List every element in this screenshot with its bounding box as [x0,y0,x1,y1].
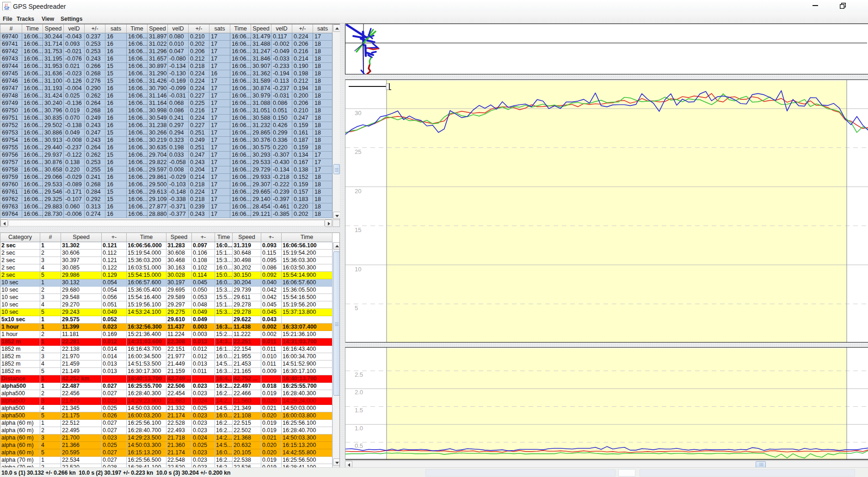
cell[interactable]: 31.362 [251,70,271,78]
cell[interactable]: 0.152 [292,174,313,181]
cell[interactable]: 11.224 [166,331,192,338]
cell[interactable]: 22.497 [233,383,261,390]
cell[interactable]: 1 [40,316,61,324]
cell[interactable]: 16:06... [230,107,251,115]
cell[interactable]: -0.194 [271,70,292,78]
cell[interactable]: 21.453 [233,361,261,368]
cell[interactable]: 30.907 [251,63,271,70]
cell[interactable]: 21.159 [166,368,192,375]
cell[interactable]: 69755 [0,144,22,152]
cell[interactable]: 29.278 [233,301,261,309]
points-table-hscrollbar[interactable] [0,219,332,227]
cell[interactable]: 31.193 [43,85,64,92]
cell[interactable]: 16:25:56.100 [282,420,332,427]
cell[interactable]: 1 [40,383,61,390]
cell[interactable]: -0.021 [64,48,85,55]
cell[interactable]: 22.520 [166,464,192,467]
cell[interactable]: 17 [209,122,230,129]
cell[interactable]: 0.108 [192,257,215,264]
cell[interactable]: 21.700 [61,434,102,442]
cell[interactable]: 30.835 [43,115,64,122]
cell[interactable]: 17 [209,181,230,189]
cell[interactable]: 0.023 [192,420,215,427]
cell[interactable]: alpha (70 m) [0,464,40,467]
column-header[interactable]: Speed [43,24,64,33]
cell[interactable]: 0.086 [261,264,282,272]
cell[interactable]: 17 [209,189,230,196]
cell[interactable]: 29.704 [148,152,168,159]
cell[interactable]: 0.121 [102,242,127,250]
cell[interactable]: 0.253 [85,159,105,166]
cell[interactable]: 0.011 [261,346,282,353]
cell[interactable]: 29.695 [166,287,192,294]
menu-settings[interactable]: Settings [58,14,85,24]
cell[interactable]: 1 [40,324,61,331]
cell[interactable]: 0.020 [261,412,282,420]
cell[interactable]: 16:06... [230,78,251,85]
cell[interactable]: 31.302 [61,242,102,250]
cell[interactable]: 0.266 [85,63,105,70]
cell[interactable]: 14:50:03.000 [282,405,332,412]
column-header[interactable]: Time [282,233,332,242]
cell[interactable]: 16:06... [230,100,251,107]
cell[interactable]: 0.161 [292,129,313,137]
cell[interactable]: 0.241 [85,174,105,181]
cell[interactable]: -0.148 [168,189,189,196]
cell[interactable]: 14:31:03.600 [127,338,166,346]
cell[interactable]: -0.385 [271,211,292,218]
cell[interactable]: 29.575 [61,316,102,324]
cell[interactable]: 0.247 [292,115,313,122]
cell[interactable]: 15:21:36.100 [282,331,332,338]
cell[interactable]: 0.253 [85,41,105,48]
cell[interactable]: 29.270 [61,301,102,309]
cell[interactable]: 14:50:03.300 [127,442,166,449]
cell[interactable]: 21.955 [233,353,261,361]
cell[interactable]: 0.019 [261,420,282,427]
cell[interactable]: 18 [313,92,332,100]
cell[interactable]: 0.218 [189,181,209,189]
cell[interactable]: 0.033 [168,152,189,159]
cell[interactable]: 30.028 [166,272,192,279]
cell[interactable]: 29.665 [251,189,271,196]
cell[interactable]: 0.206 [292,100,313,107]
cell[interactable]: 0.010 [168,41,189,48]
cell[interactable]: 0.003 [192,324,215,331]
cell[interactable]: 0.159 [292,144,313,152]
cell[interactable]: 16:06... [22,122,43,129]
cell[interactable]: 0.224 [189,78,209,85]
cell[interactable]: 10 sec [0,287,40,294]
cell[interactable]: 16:06... [230,189,251,196]
cell[interactable]: 0.027 [102,383,127,390]
cell[interactable]: 0.159 [292,181,313,189]
cell[interactable]: 16:28:40.700 [282,427,332,434]
cell[interactable]: 11.181 [61,331,102,338]
cell[interactable]: 29.109 [148,196,168,203]
cell[interactable]: 18 [313,55,332,63]
cell[interactable]: 16:06... [230,152,251,159]
cell[interactable]: 5 [40,368,61,375]
cell[interactable]: 31.488 [251,41,271,48]
cell[interactable]: 0.264 [85,100,105,107]
cell[interactable]: 0.019 [261,457,282,464]
cell[interactable]: 17 [209,196,230,203]
cell[interactable]: 29.533 [43,181,64,189]
cell[interactable]: 17 [209,166,230,174]
cell[interactable]: 16:06... [127,203,148,211]
chart-splitter[interactable] [345,342,868,347]
cell[interactable]: alpha (60 m) [0,449,40,457]
cell[interactable]: 18 [313,115,332,122]
cell[interactable]: 0.216 [292,48,313,55]
cell[interactable]: 14:5... [215,361,233,368]
cell[interactable]: 29.622 [233,316,261,324]
cell[interactable]: 0.023 [192,412,215,420]
cell[interactable]: 31.479 [251,33,271,41]
cell[interactable]: 0.023 [192,449,215,457]
cell[interactable]: 29.610 [166,316,192,324]
cell[interactable]: 0.262 [85,92,105,100]
cell[interactable]: 0.027 [102,427,127,434]
cell[interactable]: 15:19:56.200 [282,301,332,309]
column-header[interactable]: Time [230,24,251,33]
menu-file[interactable]: File [0,14,15,24]
cell[interactable]: 0.023 [192,383,215,390]
cell[interactable]: 15:21:36.400 [127,331,166,338]
